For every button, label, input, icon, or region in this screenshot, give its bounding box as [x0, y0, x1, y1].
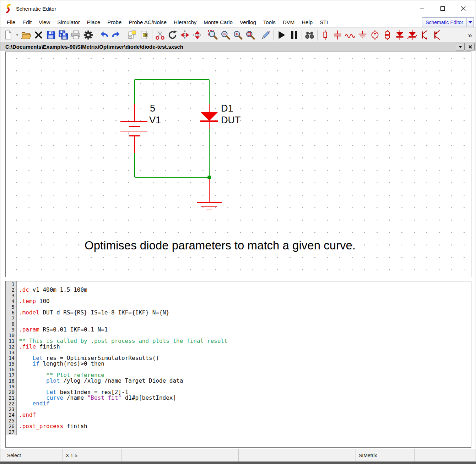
redo-button[interactable] [110, 29, 123, 41]
zoom-out-button[interactable] [219, 29, 232, 41]
chevron-down-icon[interactable] [466, 18, 474, 27]
zoom-in-button[interactable] [232, 29, 244, 41]
ground-symbol[interactable] [197, 179, 222, 210]
rotate-button[interactable] [166, 29, 179, 41]
maximize-button[interactable] [432, 2, 453, 15]
close-sheet-button[interactable] [466, 43, 475, 50]
menu-place[interactable]: Place [83, 18, 104, 26]
flip-vertical-button[interactable] [191, 29, 204, 41]
flip-horizontal-icon [180, 30, 190, 40]
close-button[interactable] [453, 2, 474, 15]
menu-monte-carlo[interactable]: Monte Carlo [200, 18, 236, 26]
status-cell-5 [297, 449, 356, 462]
save-all-button[interactable] [57, 29, 70, 41]
window-bottom-edge [0, 462, 476, 464]
schematic-caption[interactable]: Optimises diode parameters to match a gi… [85, 239, 356, 252]
d1-model-label[interactable]: DUT [221, 115, 241, 125]
line-number: 13 [6, 350, 17, 355]
place-zener-diode-button[interactable] [406, 29, 418, 41]
export-sheet-button[interactable] [138, 29, 151, 41]
toolbar-separator [96, 30, 96, 41]
v1-value-label[interactable]: 5 [150, 103, 155, 114]
line-number: 17 [6, 372, 17, 378]
code-text: .model DUT d RS={RS} IS=1e-8 IKF={IKF} N… [17, 310, 169, 315]
toolbar-separator [317, 30, 318, 41]
zoom-fit-button[interactable] [207, 29, 219, 41]
new-file-dropdown-button[interactable] [14, 29, 20, 41]
annotate-button[interactable] [260, 29, 272, 41]
code-line: 12.file finish [6, 344, 471, 350]
place-pnp-transistor-button[interactable] [431, 29, 443, 41]
open-button[interactable] [20, 29, 32, 41]
menu-probe-ac-noise[interactable]: Probe AC/Noise [125, 18, 170, 26]
add-sheet-icon [127, 30, 137, 40]
close-icon [469, 45, 472, 49]
line-number: 24 [6, 412, 17, 418]
pause-simulation-button[interactable] [288, 29, 300, 41]
close-schematic-button[interactable] [32, 29, 45, 41]
place-inductor-button[interactable] [344, 29, 356, 41]
schematic-canvas[interactable]: 5 V1 D1 DUT Optimises diode parameters t… [5, 52, 471, 277]
code-text: .file finish [17, 344, 60, 350]
toolbar: » [0, 27, 476, 43]
run-simulation-button[interactable] [275, 29, 288, 41]
flip-horizontal-button[interactable] [179, 29, 191, 41]
circuit-wires[interactable] [135, 80, 209, 177]
code-text: endif [17, 401, 50, 406]
menu-stl[interactable]: STL [316, 18, 333, 26]
redo-icon [111, 30, 121, 40]
new-file-button[interactable] [2, 29, 14, 41]
zoom-fit-icon [208, 30, 218, 40]
line-number: 7 [6, 315, 17, 321]
settings-button[interactable] [82, 29, 94, 41]
menu-verilog[interactable]: Verilog [236, 18, 260, 26]
window-list-dropdown-button[interactable] [456, 43, 465, 50]
zoom-in-icon [233, 30, 243, 40]
menu-dvm[interactable]: DVM [279, 18, 298, 26]
place-ground-button[interactable] [356, 29, 369, 41]
toolbar-separator [152, 30, 152, 41]
mode-selector[interactable]: Schematic Editor [422, 17, 474, 27]
minimize-button[interactable] [412, 2, 432, 15]
code-text: .param RS=0.01 IKF=0.1 N=1 [17, 327, 108, 333]
zoom-area-button[interactable] [244, 29, 256, 41]
menu-simulator[interactable]: Simulator [54, 18, 83, 26]
dropdown-icon [459, 45, 462, 48]
place-capacitor-button[interactable] [331, 29, 344, 41]
menu-view[interactable]: View [35, 18, 54, 26]
line-number: 22 [6, 401, 17, 406]
place-resistor-button[interactable] [319, 29, 331, 41]
menu-file[interactable]: File [3, 18, 19, 26]
menu-edit[interactable]: Edit [19, 18, 35, 26]
menu-tools[interactable]: Tools [260, 18, 279, 26]
undo-button[interactable] [98, 29, 110, 41]
find-button[interactable] [303, 29, 316, 41]
code-line: 27 [6, 429, 471, 435]
rotate-icon [167, 30, 178, 40]
code-line: 15 if length(res)>0 then [6, 361, 471, 367]
place-npn-transistor-button[interactable] [418, 29, 431, 41]
menu-probe[interactable]: Probe [104, 18, 125, 26]
add-sheet-button[interactable] [126, 29, 138, 41]
toolbar-overflow-button[interactable]: » [468, 31, 472, 39]
save-all-icon [58, 30, 69, 40]
v1-battery-component[interactable] [120, 104, 147, 153]
place-current-source-button[interactable] [381, 29, 394, 41]
save-button[interactable] [45, 29, 57, 41]
menu-hierarchy[interactable]: Hierarchy [170, 18, 200, 26]
place-inductor-icon [345, 30, 355, 40]
print-button[interactable] [70, 29, 82, 41]
d1-diode-component[interactable] [200, 104, 218, 129]
menu-help[interactable]: Help [298, 18, 316, 26]
d1-ref-label[interactable]: D1 [221, 103, 233, 114]
wire-junction[interactable] [208, 176, 211, 179]
line-number: 3 [6, 293, 17, 298]
place-voltage-source-button[interactable] [369, 29, 381, 41]
line-number: 15 [6, 361, 17, 367]
cut-button[interactable] [154, 29, 166, 41]
netlist-editor[interactable]: 12.dc v1 400m 1.5 100m34.temp 10056.mode… [5, 281, 471, 448]
code-text: .temp 100 [17, 298, 50, 304]
place-diode-button[interactable] [394, 29, 406, 41]
line-number: 12 [6, 344, 17, 350]
v1-ref-label[interactable]: V1 [149, 115, 161, 125]
